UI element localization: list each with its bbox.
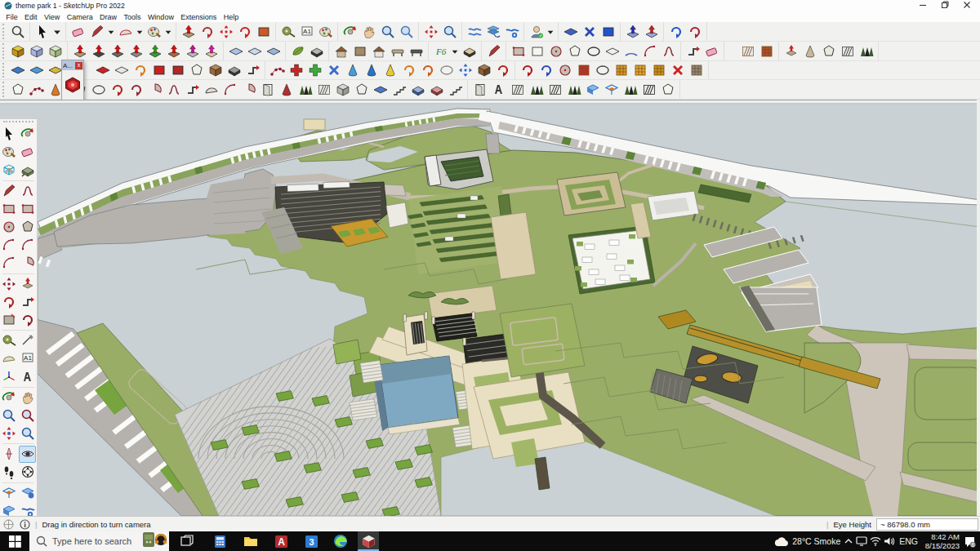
svg-text:6: 6: [971, 541, 974, 547]
svg-text:A1: A1: [24, 354, 32, 362]
svg-text:3: 3: [309, 536, 314, 546]
svg-text:A: A: [278, 536, 285, 548]
svg-text:A1: A1: [303, 28, 311, 35]
svg-text:F6: F6: [435, 47, 447, 56]
